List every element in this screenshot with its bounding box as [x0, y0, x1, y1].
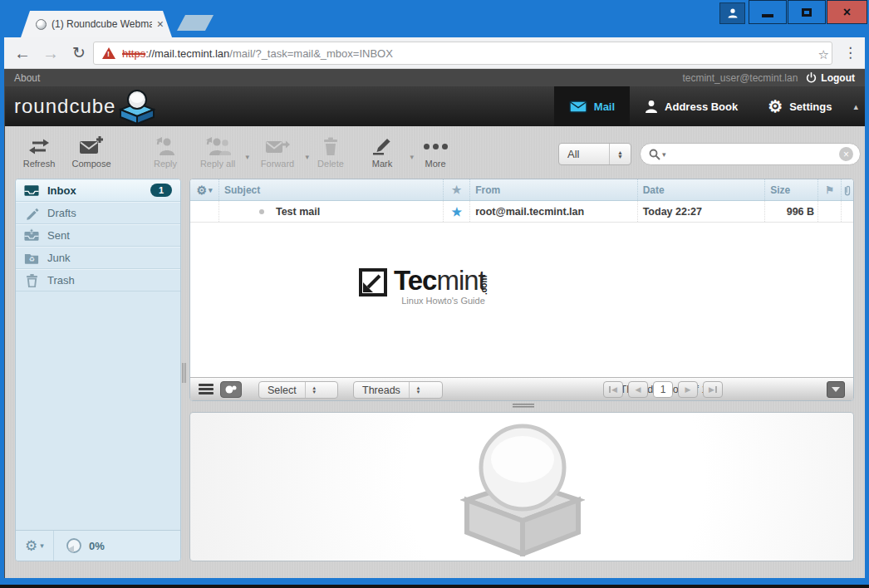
bookmark-star-icon[interactable]: ☆ [818, 47, 829, 62]
tecmint-brand-light: mint [436, 267, 484, 293]
roundcube-watermark-icon [460, 419, 585, 556]
browser-tab[interactable]: (1) Roundcube Webmail × [21, 11, 172, 37]
flag-column-icon: ⚑ [825, 184, 834, 196]
folder-actions-button[interactable]: ⚙ ▾ [16, 531, 54, 561]
collapse-header-icon[interactable]: ▴ [847, 101, 865, 112]
nav-address-book[interactable]: Address Book [630, 86, 753, 126]
threads-dropdown[interactable]: Threads ▲▼ [353, 381, 443, 399]
message-star-toggle[interactable]: ★ [443, 201, 469, 222]
desktop-edge [0, 585, 869, 588]
refresh-button[interactable]: Refresh [11, 133, 67, 176]
tecmint-brand-bold: Tec [394, 267, 436, 293]
page-first-button[interactable]: ◀ [603, 381, 623, 398]
settings-gear-icon: ⚙ [768, 98, 783, 115]
compose-button[interactable]: Compose [63, 133, 120, 176]
column-flag[interactable]: ⚑ [817, 179, 841, 200]
back-button[interactable]: ← [12, 42, 33, 64]
svg-text:♻: ♻ [28, 256, 34, 263]
search-scope-select[interactable]: All ▲▼ [558, 143, 631, 165]
folder-sent[interactable]: Sent [16, 224, 180, 247]
delete-button[interactable]: Delete [302, 133, 359, 176]
sidebar-splitter[interactable] [182, 363, 188, 383]
current-page-indicator: 1 [653, 381, 673, 398]
address-bar[interactable]: ! https://mail.tecmint.lan/mail/?_task=m… [93, 42, 832, 65]
mark-button[interactable]: Mark ▾ [354, 133, 410, 176]
page-prev-button[interactable]: ◀ [628, 381, 648, 398]
message-subject[interactable]: Test mail [218, 201, 443, 222]
browser-profile-button[interactable] [719, 2, 745, 24]
roundcube-header: roundcube Mail Address Bo [4, 86, 865, 126]
tab-close-icon[interactable]: × [157, 18, 164, 30]
browser-menu-icon[interactable]: ⋮ [843, 44, 857, 61]
flagged-star-icon: ★ [451, 205, 462, 218]
more-button[interactable]: More [407, 133, 464, 176]
message-list: ⚙ ▾ Subject ★ From Date Size ⚑ [189, 179, 854, 401]
column-subject[interactable]: Subject [218, 179, 443, 200]
folder-junk[interactable]: ♻ Junk [16, 247, 180, 269]
delete-trash-icon [322, 133, 339, 156]
forward-button[interactable]: → [40, 42, 61, 64]
list-options-gear-icon: ⚙ [196, 184, 207, 197]
drafts-pencil-icon [24, 206, 39, 220]
star-column-icon: ★ [452, 184, 462, 196]
forward-button[interactable]: Forward ▾ [249, 133, 306, 176]
message-list-footer: Select ▲▼ Threads ▲▼ Threads 1 to 1 of 1… [190, 377, 853, 400]
minimize-icon [762, 14, 773, 17]
minimize-button[interactable] [749, 0, 787, 24]
nav-mail[interactable]: Mail [554, 86, 630, 126]
column-attachment[interactable] [841, 179, 853, 200]
address-book-icon [645, 100, 658, 114]
preview-splitter[interactable] [513, 404, 534, 409]
reply-all-button[interactable]: Reply all ▾ [189, 133, 246, 176]
browser-toolbar: ← → ↻ ! https://mail.tecmint.lan/mail/?_… [0, 37, 869, 69]
column-date[interactable]: Date [637, 179, 765, 200]
list-options-button[interactable]: ⚙ ▾ [190, 179, 218, 200]
folder-list-footer: ⚙ ▾ 0% [16, 530, 180, 561]
logout-button[interactable]: Logout [806, 72, 855, 84]
profile-icon [727, 7, 739, 19]
roundcube-cube-icon [117, 88, 157, 125]
reply-button[interactable]: Reply [137, 133, 194, 176]
unread-count-badge: 1 [150, 184, 172, 197]
inbox-icon [24, 184, 39, 197]
search-box[interactable]: ▾ × [640, 143, 861, 165]
tecmint-tld: .com [479, 287, 489, 295]
page-next-button[interactable]: ▶ [678, 381, 698, 398]
url-scheme: https [122, 47, 145, 60]
column-star[interactable]: ★ [443, 179, 469, 200]
message-row[interactable]: Test mail ★ root@mail.tecmint.lan Today … [190, 201, 853, 223]
reload-button[interactable]: ↻ [68, 42, 90, 64]
forward-icon [265, 133, 290, 156]
search-input[interactable] [666, 148, 839, 160]
folder-drafts[interactable]: Drafts [16, 202, 180, 224]
window-titlebar: (1) Roundcube Webmail × × [0, 0, 869, 37]
url-host: ://mail.tecmint.lan [145, 47, 229, 60]
search-clear-icon[interactable]: × [839, 147, 853, 161]
nav-settings[interactable]: ⚙ Settings [753, 86, 847, 126]
maximize-button[interactable] [788, 0, 826, 24]
column-from[interactable]: From [469, 179, 637, 200]
roundcube-topbar: About tecmint_user@tecmint.lan Logout [4, 69, 865, 86]
layout-toggle-button[interactable] [220, 381, 242, 398]
power-icon [806, 72, 817, 83]
new-tab-button[interactable] [177, 15, 214, 31]
pane-toggle-arrow-icon [832, 387, 840, 392]
folder-inbox[interactable]: Inbox 1 [16, 179, 180, 202]
layout-icon [224, 385, 238, 394]
preview-pane-toggle-button[interactable] [827, 381, 845, 398]
list-menu-icon[interactable] [199, 384, 214, 394]
select-dropdown[interactable]: Select ▲▼ [258, 381, 338, 399]
page-last-button[interactable]: ▶ [703, 381, 723, 398]
message-size: 996 B [764, 201, 817, 222]
search-icon[interactable] [649, 149, 660, 160]
about-link[interactable]: About [14, 72, 40, 84]
brand-name: roundcube [14, 95, 115, 118]
quota-percent: 0% [89, 540, 105, 552]
folder-trash[interactable]: Trash [16, 269, 180, 292]
column-size[interactable]: Size [764, 179, 817, 200]
close-window-button[interactable]: × [827, 0, 867, 24]
taskbar: Mail Address Book ⚙ Settings ▴ [554, 86, 865, 126]
reply-icon [155, 133, 175, 156]
refresh-icon [28, 133, 50, 156]
ssl-warning-icon[interactable]: ! [102, 47, 115, 59]
